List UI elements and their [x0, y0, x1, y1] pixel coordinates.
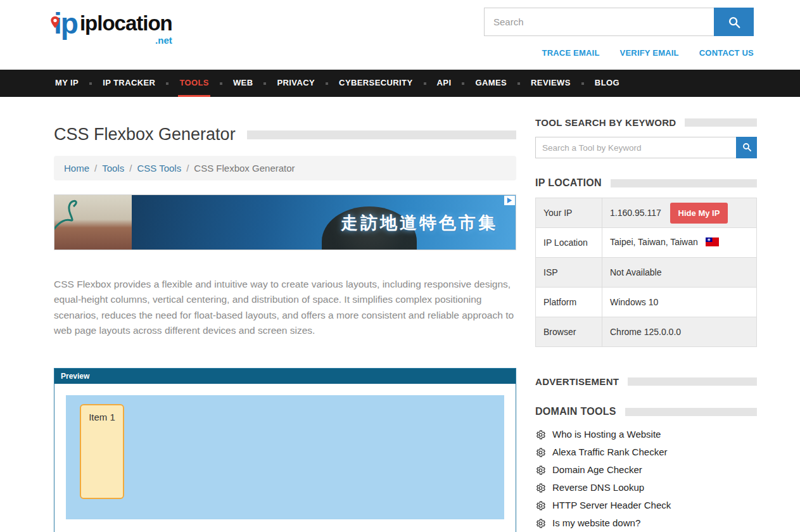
verify-email-link[interactable]: VERIFY EMAIL	[620, 48, 679, 58]
nav-separator	[517, 82, 520, 85]
domain-tool-alexa-rank[interactable]: Alexa Traffic Rank Checker	[535, 445, 757, 459]
domain-tool-hosting[interactable]: Who is Hosting a Website	[535, 428, 757, 441]
nav-item-ip-tracker[interactable]: IP TRACKER	[101, 70, 156, 97]
domain-tool-website-down[interactable]: Is my website down?	[535, 516, 757, 530]
domain-tools-list: Who is Hosting a Website Alexa Traffic R…	[535, 428, 757, 532]
breadcrumb-tools[interactable]: Tools	[102, 163, 124, 174]
location-pin-icon	[50, 4, 60, 33]
breadcrumb: Home / Tools / CSS Tools / CSS Flexbox G…	[54, 156, 516, 180]
nav-item-cybersecurity[interactable]: CYBERSECURITY	[338, 70, 414, 97]
tool-search-heading: TOOL SEARCH BY KEYWORD	[535, 117, 676, 128]
nav-separator	[581, 82, 584, 85]
row-label: ISP	[536, 258, 602, 288]
advertisement-banner[interactable]: 走訪地道特色市集	[54, 194, 516, 250]
search-icon	[727, 15, 741, 29]
table-row: Platform Windows 10	[536, 288, 757, 317]
tool-search	[535, 137, 757, 158]
page-title: CSS Flexbox Generator	[54, 125, 236, 144]
table-row: IP Location Taipei, Taiwan, Taiwan	[536, 228, 757, 258]
site-logo[interactable]: ip iplocation .net	[54, 9, 172, 46]
nav-item-reviews[interactable]: REVIEWS	[530, 70, 572, 97]
gear-icon	[535, 447, 546, 458]
ad-text: 走訪地道特色市集	[341, 212, 498, 234]
ip-location-heading: IP LOCATION	[535, 177, 602, 189]
row-value: 1.160.95.117 Hide My IP	[602, 198, 757, 228]
title-decoration-bar	[247, 130, 516, 139]
nav-separator	[166, 82, 168, 85]
domain-tool-reverse-dns[interactable]: Reverse DNS Lookup	[535, 481, 757, 495]
gear-icon	[535, 483, 546, 493]
gear-icon	[535, 465, 546, 476]
breadcrumb-separator: /	[186, 163, 189, 174]
nav-separator	[462, 82, 464, 85]
nav-separator	[263, 82, 266, 85]
row-value: Chrome 125.0.0.0	[602, 317, 757, 347]
header-search-input[interactable]	[484, 8, 714, 36]
table-row: Your IP 1.160.95.117 Hide My IP	[536, 198, 757, 228]
tool-search-input[interactable]	[535, 137, 736, 158]
breadcrumb-home[interactable]: Home	[64, 163, 89, 174]
header-links: TRACE EMAIL VERIFY EMAIL CONTACT US	[542, 48, 754, 58]
search-icon	[742, 142, 752, 154]
heading-decoration-bar	[628, 377, 757, 386]
preview-body: Item 1	[54, 384, 516, 532]
logo-tld: .net	[155, 35, 172, 46]
hide-my-ip-button[interactable]: Hide My IP	[670, 203, 728, 224]
domain-tool-http-header[interactable]: HTTP Server Header Check	[535, 498, 757, 512]
breadcrumb-css-tools[interactable]: CSS Tools	[137, 163, 181, 174]
row-label: IP Location	[536, 228, 602, 258]
nav-separator	[220, 82, 222, 85]
nav-item-api[interactable]: API	[436, 70, 453, 97]
ad-left-image	[54, 195, 132, 250]
main-nav: MY IP IP TRACKER TOOLS WEB PRIVACY CYBER…	[0, 70, 800, 97]
row-value: Not Available	[602, 258, 757, 288]
nav-separator	[326, 82, 328, 85]
gear-icon	[535, 518, 546, 529]
row-label: Platform	[536, 288, 602, 317]
site-header: ip iplocation .net TRACE EMAIL VERIFY EM…	[0, 0, 800, 70]
tool-search-button[interactable]	[736, 137, 757, 158]
header-search	[484, 8, 754, 36]
preview-panel: Preview Item 1	[54, 368, 516, 532]
flex-preview-container: Item 1	[66, 395, 504, 519]
ip-location-table: Your IP 1.160.95.117 Hide My IP IP Locat…	[535, 198, 757, 347]
table-row: Browser Chrome 125.0.0.0	[536, 317, 757, 347]
nav-item-blog[interactable]: BLOG	[594, 70, 621, 97]
gear-icon	[535, 500, 546, 511]
contact-us-link[interactable]: CONTACT US	[699, 48, 754, 58]
gear-icon	[535, 429, 546, 440]
logo-ip-mark: ip	[54, 9, 80, 38]
row-value: Windows 10	[602, 288, 757, 317]
heading-decoration-bar	[625, 408, 757, 416]
row-value: Taipei, Taiwan, Taiwan	[602, 228, 757, 258]
breadcrumb-separator: /	[94, 163, 97, 174]
table-row: ISP Not Available	[536, 258, 757, 288]
your-ip-value: 1.160.95.117	[610, 208, 661, 218]
heading-decoration-bar	[611, 179, 757, 187]
nav-item-privacy[interactable]: PRIVACY	[276, 70, 316, 97]
logo-text: iplocation	[80, 13, 172, 34]
flex-preview-item[interactable]: Item 1	[80, 404, 124, 499]
ad-main-image: 走訪地道特色市集	[132, 195, 516, 250]
domain-tools-heading: DOMAIN TOOLS	[535, 406, 616, 417]
breadcrumb-current: CSS Flexbox Generator	[194, 163, 295, 174]
breadcrumb-separator: /	[129, 163, 132, 174]
advertisement-heading: ADVERTISEMENT	[535, 376, 619, 387]
ip-location-value: Taipei, Taiwan, Taiwan	[610, 237, 698, 247]
domain-tool-domain-age[interactable]: Domain Age Checker	[535, 463, 757, 477]
nav-separator	[89, 82, 92, 85]
page-description: CSS Flexbox provides a flexible and intu…	[54, 277, 516, 339]
nav-item-my-ip[interactable]: MY IP	[54, 70, 80, 97]
preview-header: Preview	[54, 369, 516, 384]
nav-item-web[interactable]: WEB	[232, 70, 255, 97]
ad-choices-icon[interactable]	[504, 196, 515, 205]
trace-email-link[interactable]: TRACE EMAIL	[542, 48, 600, 58]
row-label: Your IP	[536, 198, 602, 228]
taiwan-flag-icon	[706, 238, 719, 248]
heading-decoration-bar	[685, 118, 757, 127]
header-search-button[interactable]	[714, 8, 754, 36]
nav-item-games[interactable]: GAMES	[474, 70, 508, 97]
nav-item-tools[interactable]: TOOLS	[178, 70, 210, 97]
nav-separator	[424, 82, 426, 85]
row-label: Browser	[536, 317, 602, 347]
